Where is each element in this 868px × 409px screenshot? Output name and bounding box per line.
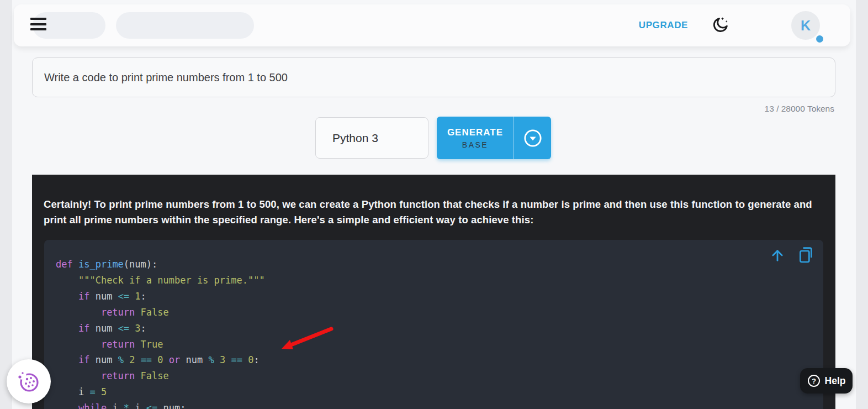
code-line: if num % 2 == 0 or num % 3 == 0: [56,352,823,368]
generate-label: GENERATE [447,127,503,138]
moon-dark-mode-icon[interactable] [711,16,730,35]
token-counter: 13 / 28000 Tokens [765,104,834,114]
circle-chevron-down-icon [523,129,542,148]
copy-icon[interactable] [797,245,816,265]
code-line: while i * i <= num: [56,400,823,409]
avatar-initial: K [801,18,811,34]
skeleton-pill [116,12,254,39]
question-circle-icon: ? [807,374,821,387]
upgrade-link[interactable]: UPGRADE [639,4,688,46]
generate-button[interactable]: GENERATE BASE [437,117,551,159]
hamburger-menu-icon[interactable] [30,17,47,31]
code-content: def is_prime(num): """Check if a number … [56,256,823,409]
code-block: def is_prime(num): """Check if a number … [44,240,823,409]
code-line: if num <= 3: [56,321,823,337]
code-line: def is_prime(num): [56,256,823,272]
prompt-input[interactable] [32,57,835,97]
code-line: i = 5 [56,384,823,400]
code-line: return True [56,337,823,353]
code-line: if num <= 1: [56,289,823,305]
cookie-consent-button[interactable] [7,359,51,403]
generate-dropdown-toggle[interactable] [514,117,551,159]
code-line: return False [56,305,823,321]
response-intro-text: Certainly! To print prime numbers from 1… [44,197,820,228]
help-label: Help [825,375,846,387]
avatar[interactable]: K [791,11,820,40]
avatar-online-dot [816,35,823,43]
export-arrow-up-icon[interactable] [768,245,787,265]
code-line: """Check if a number is prime.""" [56,272,823,289]
language-select[interactable]: Python 3 [315,117,428,159]
language-select-value: Python 3 [332,132,378,145]
cookie-icon [15,368,43,395]
code-actions [768,245,816,265]
generate-mode-label: BASE [462,140,488,149]
help-button[interactable]: ? Help [800,368,853,394]
generate-main[interactable]: GENERATE BASE [437,117,514,159]
page: UPGRADE K 13 / 28000 Tokens Python 3 GEN… [0,0,868,409]
svg-text:?: ? [812,377,816,385]
response-output: Certainly! To print prime numbers from 1… [32,175,835,409]
header-bar: UPGRADE K [14,4,850,46]
code-line: return False [56,368,823,384]
